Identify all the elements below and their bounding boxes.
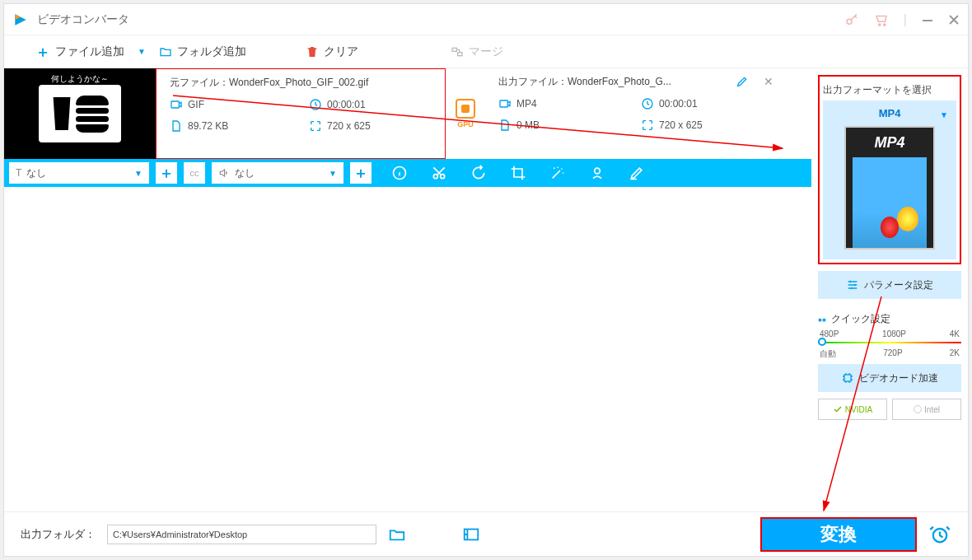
nvidia-button[interactable]: NVIDIA (818, 399, 887, 420)
clock-icon (641, 97, 654, 110)
tick-4k: 4K (950, 329, 960, 338)
parameter-settings-button[interactable]: パラメータ設定 (818, 271, 961, 299)
bullet-icon: ▪▪ (818, 313, 826, 326)
intel-button[interactable]: Intel (892, 399, 961, 420)
edit-toolbar: T なし ▼ ＋ cc なし ▼ ＋ (4, 159, 811, 187)
trash-icon (306, 45, 319, 58)
merge-label: マージ (469, 44, 503, 59)
clock-icon (309, 98, 322, 111)
folder-plus-icon (159, 45, 172, 58)
params-label: パラメータ設定 (864, 278, 933, 292)
alarm-icon[interactable] (928, 523, 951, 546)
app-title: ビデオコンバータ (37, 12, 844, 27)
source-size: 89.72 KB (170, 119, 292, 133)
format-header: 出力フォーマットを選択 (823, 80, 956, 100)
browse-icon[interactable] (462, 525, 480, 544)
effects-icon[interactable] (549, 165, 566, 181)
dimensions-icon (309, 119, 322, 133)
chip-icon (456, 99, 475, 119)
dimensions-icon (641, 119, 654, 132)
output-folder-input[interactable] (107, 525, 376, 544)
svg-point-2 (883, 23, 885, 25)
output-folder-label: 出力フォルダ： (21, 527, 96, 542)
watermark-icon[interactable] (589, 165, 605, 181)
file-icon (498, 119, 512, 132)
gpu-label: GPU (457, 120, 474, 128)
svg-rect-14 (844, 375, 851, 381)
merge-button[interactable]: マージ (444, 41, 510, 63)
check-icon (833, 404, 843, 414)
cut-icon[interactable] (431, 165, 447, 181)
source-filename: 元ファイル：WonderFox_Photo_GIF_002.gif (170, 76, 432, 90)
tick-auto: 自動 (820, 348, 836, 360)
toolbar: ＋ ファイル追加 ▼ フォルダ追加 クリア マージ (4, 35, 968, 68)
audio-dropdown[interactable]: なし ▼ (212, 162, 343, 184)
add-file-label: ファイル追加 (55, 44, 124, 59)
open-folder-icon[interactable] (388, 525, 406, 544)
svg-point-13 (595, 168, 600, 174)
video-icon (170, 98, 183, 111)
cart-icon[interactable] (874, 12, 889, 27)
tick-2k: 2K (950, 348, 960, 360)
add-subtitle-button[interactable]: ＋ (156, 162, 177, 184)
cc-button[interactable]: cc (184, 162, 205, 184)
format-preview-icon: MP4 (844, 126, 935, 250)
quality-slider[interactable]: 480P 1080P 4K 自動 720P 2K (818, 329, 961, 354)
key-icon[interactable] (844, 12, 859, 27)
output-filename: 出力ファイル：WonderFox_Photo_G... (498, 75, 767, 89)
clear-label: クリア (324, 44, 358, 59)
minimize-icon[interactable] (922, 14, 933, 26)
file-row: 何しようかな～ 元ファイル：WonderFox_Photo_GIF_002.gi… (4, 68, 811, 159)
gpu-indicator[interactable]: GPU (446, 68, 485, 159)
svg-rect-6 (171, 101, 179, 108)
add-audio-button[interactable]: ＋ (350, 162, 372, 184)
output-pane: ✕ 出力ファイル：WonderFox_Photo_G... MP4 00:00:… (485, 68, 780, 159)
subtitle-value: なし (26, 166, 134, 180)
convert-button[interactable]: 変換 (760, 517, 917, 552)
svg-point-1 (878, 23, 880, 25)
file-icon (170, 119, 183, 133)
intel-label: Intel (924, 405, 940, 414)
convert-label: 変換 (820, 522, 857, 547)
quick-settings: ▪▪ クイック設定 480P 1080P 4K 自動 720P 2K (818, 306, 961, 357)
source-duration: 00:00:01 (309, 98, 432, 111)
svg-rect-3 (923, 20, 932, 21)
info-icon[interactable] (391, 165, 408, 181)
chevron-down-icon[interactable]: ▼ (138, 47, 146, 56)
crop-icon[interactable] (510, 165, 526, 181)
thumbnail[interactable]: 何しようかな～ (4, 68, 156, 159)
gpu-accel-button[interactable]: ビデオカード加速 (818, 364, 961, 392)
bottom-bar: 出力フォルダ： 変換 (4, 511, 968, 556)
add-file-button[interactable]: ＋ ファイル追加 (29, 39, 131, 65)
rotate-icon[interactable] (470, 165, 487, 181)
source-pane: 元ファイル：WonderFox_Photo_GIF_002.gif GIF 00… (156, 68, 446, 159)
edit-all-icon[interactable] (629, 165, 645, 181)
source-format: GIF (170, 98, 292, 111)
output-format-selector[interactable]: 出力フォーマットを選択 MP4 ▼ MP4 (818, 75, 961, 264)
svg-point-0 (847, 19, 852, 24)
add-folder-button[interactable]: フォルダ追加 (152, 41, 253, 63)
sliders-icon (846, 278, 859, 292)
quick-header: ▪▪ クイック設定 (818, 309, 961, 329)
subtitle-dropdown[interactable]: T なし ▼ (9, 162, 149, 184)
clear-button[interactable]: クリア (299, 41, 365, 63)
close-icon[interactable] (948, 14, 960, 26)
svg-rect-4 (452, 48, 456, 51)
svg-rect-8 (500, 100, 507, 107)
thumbnail-caption: 何しようかな～ (51, 73, 109, 85)
plus-icon: ＋ (35, 42, 50, 62)
output-duration: 00:00:01 (641, 97, 767, 110)
slider-knob[interactable] (818, 338, 826, 346)
gpu-accel-label: ビデオカード加速 (859, 371, 938, 385)
file-list-empty-area (4, 187, 811, 511)
source-resolution: 720 x 625 (309, 119, 432, 133)
svg-rect-5 (458, 52, 462, 55)
remove-file-button[interactable]: ✕ (764, 75, 773, 88)
chevron-down-icon: ▼ (940, 110, 948, 119)
app-logo-icon (12, 12, 29, 28)
format-dropdown[interactable]: MP4 ▼ MP4 (823, 100, 956, 259)
tick-1080p: 1080P (882, 329, 906, 338)
speaker-icon (218, 167, 230, 179)
add-folder-label: フォルダ追加 (177, 44, 246, 59)
edit-icon[interactable] (736, 75, 749, 88)
